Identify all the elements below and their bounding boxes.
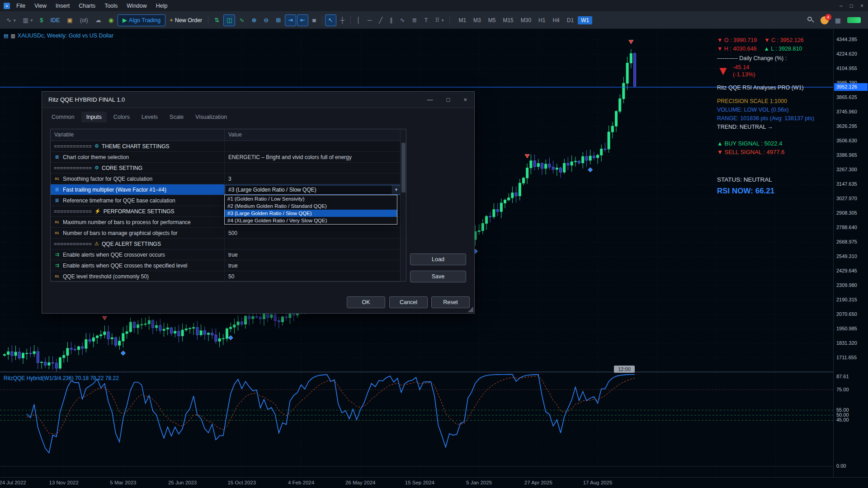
dialog-titlebar[interactable]: Ritz QQE HYBRID FINAL 1.0 —□× <box>42 92 474 108</box>
cycle-lines-tool-button[interactable]: ∿ <box>397 14 408 26</box>
close-window-icon[interactable]: × <box>860 3 863 9</box>
quotes-button[interactable]: $ <box>37 14 46 26</box>
table-row[interactable]: ≣Chart color theme selectionENERGETIC – … <box>51 152 401 163</box>
data-folder-button[interactable]: ▣ <box>64 14 75 26</box>
timeframe-h4[interactable]: H4 <box>549 16 562 24</box>
restore-window-icon[interactable]: □ <box>850 3 853 9</box>
dialog-title: Ritz QQE HYBRID FINAL 1.0 <box>48 96 125 103</box>
table-row[interactable]: 01QQE level threshold (commonly 50)50 <box>51 271 401 282</box>
menu-file[interactable]: File <box>12 3 30 9</box>
chart-type-menu-button[interactable]: ∿▾ <box>3 14 19 26</box>
reset-button[interactable]: Reset <box>431 296 470 308</box>
price-scale[interactable]: 3952.126 4344.2854224.6204104.9553985.29… <box>833 29 868 477</box>
timeframe-m3[interactable]: M3 <box>470 16 484 24</box>
notifications-icon[interactable]: 4 <box>821 16 829 24</box>
tick-chart-button[interactable]: ⇅ <box>211 14 222 26</box>
minimize-window-icon[interactable]: – <box>840 3 843 9</box>
section-icon: ⚙ <box>94 165 99 171</box>
time-axis-label: 13 Nov 2022 <box>49 480 79 485</box>
fibonacci-tool-button[interactable]: ≣ <box>409 14 420 26</box>
text-tool-button[interactable]: T <box>421 14 431 26</box>
menu-insert[interactable]: Insert <box>51 3 74 9</box>
list-param-icon: ≣ <box>54 154 60 160</box>
table-row[interactable]: ============⚙THEME CHART SETTINGS <box>51 141 401 152</box>
cancel-button[interactable]: Cancel <box>389 296 428 308</box>
table-row[interactable]: 01Number of bars to manage graphical obj… <box>51 228 401 239</box>
table-row[interactable]: ============⚠QQE ALERT SETTINGS <box>51 239 401 249</box>
depth-of-market-button[interactable]: (ol) <box>77 14 91 26</box>
indicator-scale-label: 0.00 <box>836 463 846 469</box>
shapes-tool-button[interactable]: ⠿▾ <box>432 14 447 26</box>
ok-button[interactable]: OK <box>347 296 385 308</box>
timeframe-m30[interactable]: M30 <box>518 16 534 24</box>
timeframe-w1[interactable]: W1 <box>578 16 592 24</box>
dropdown-option[interactable]: #3 (Large Golden Ratio / Slow QQE) <box>225 210 397 217</box>
line-mode-button[interactable]: ∿ <box>236 14 247 26</box>
table-row[interactable]: ≣Fast trailing multiplier (Wave Factor #… <box>51 184 401 195</box>
tab-visualization[interactable]: Visualization <box>190 112 232 122</box>
time-scale[interactable]: 24 Jul 202213 Nov 20225 Mar 202325 Jun 2… <box>0 477 868 488</box>
tab-inputs[interactable]: Inputs <box>81 112 107 122</box>
trendline-tool-button[interactable]: ╱ <box>376 14 386 26</box>
timeframe-m5[interactable]: M5 <box>485 16 499 24</box>
chart-list-icon[interactable]: ▤ <box>4 33 8 39</box>
cursor-tool-icon: ↖ <box>328 17 333 23</box>
table-row[interactable]: ============⚙CORE SETTING <box>51 163 401 174</box>
timeframe-m15[interactable]: M15 <box>500 16 516 24</box>
zoom-in-button[interactable]: ⊕ <box>248 14 259 26</box>
candles-mode-button[interactable]: ◫ <box>223 14 235 26</box>
timeframe-m1[interactable]: M1 <box>455 16 469 24</box>
resize-grip[interactable] <box>468 307 473 312</box>
dialog-close-icon[interactable]: × <box>463 96 467 103</box>
menu-charts[interactable]: Charts <box>74 3 100 9</box>
connection-status-icon <box>847 17 861 23</box>
time-axis-label: 5 Mar 2023 <box>110 480 136 485</box>
table-scrollbar[interactable] <box>400 129 406 281</box>
timeframe-h1[interactable]: H1 <box>535 16 548 24</box>
high-value: ▼ H : 4030.646 <box>717 45 756 53</box>
dialog-maximize-icon[interactable]: □ <box>447 96 450 103</box>
chart-shift-button[interactable]: ⇤ <box>297 14 308 26</box>
cloud-button[interactable]: ☁ <box>92 14 104 26</box>
horizontal-line-tool-button[interactable]: ─ <box>364 14 375 26</box>
save-button[interactable]: Save <box>410 271 466 282</box>
table-row[interactable]: 01Smoothing factor for QQE calculation3 <box>51 174 401 184</box>
table-row[interactable]: ⇉Enable alerts when QQE crosses the spec… <box>51 260 401 271</box>
symbol-label: ▤ ▥ XAUUSDc, Weekly: Gold vs US Dollar <box>4 33 113 39</box>
vertical-line-tool-button[interactable]: │ <box>354 14 363 26</box>
algo-trading-button[interactable]: ▶Algo Trading <box>118 14 165 26</box>
tab-levels[interactable]: Levels <box>137 112 163 122</box>
menu-help[interactable]: Help <box>151 3 172 9</box>
bar-style-menu-button[interactable]: ▥▾ <box>19 14 36 26</box>
wave-factor-combobox[interactable]: #3 (Large Golden Ratio / Slow QQE)▼ <box>225 185 401 195</box>
grid-toggle-button[interactable]: ⊞ <box>273 14 284 26</box>
stats-chart-icon[interactable]: ▦ <box>835 17 841 24</box>
new-order-button[interactable]: +New Order <box>166 14 205 26</box>
timeframe-d1[interactable]: D1 <box>564 16 577 24</box>
list-param-icon: ≣ <box>54 187 60 192</box>
menu-window[interactable]: Window <box>122 3 151 9</box>
dialog-minimize-icon[interactable]: — <box>427 96 433 103</box>
cursor-tool-button[interactable]: ↖ <box>325 14 336 26</box>
crosshair-tool-button[interactable]: ┼ <box>337 14 348 26</box>
search-icon[interactable] <box>807 17 814 23</box>
scrollbar-thumb[interactable] <box>401 143 406 192</box>
table-row[interactable]: ⇉Enable alerts when QQE crossover occurs… <box>51 249 401 260</box>
channel-tool-button[interactable]: ∥ <box>387 14 396 26</box>
tab-common[interactable]: Common <box>47 112 80 122</box>
chart-grid-icon[interactable]: ▥ <box>10 33 15 39</box>
metaeditor-ide-label: IDE <box>51 17 60 23</box>
metaeditor-ide-button[interactable]: IDE <box>47 14 63 26</box>
dropdown-option[interactable]: #2 (Medium Golden Ratio / Standard QQE) <box>225 202 397 210</box>
community-button[interactable]: ◉ <box>105 14 117 26</box>
load-button[interactable]: Load <box>410 253 466 265</box>
zoom-out-button[interactable]: ⊖ <box>260 14 272 26</box>
dropdown-option[interactable]: #4 (XLarge Golden Ratio / Very Slow QQE) <box>225 217 397 224</box>
tab-colors[interactable]: Colors <box>108 112 135 122</box>
menu-view[interactable]: View <box>30 3 51 9</box>
dropdown-option[interactable]: #1 (Golden Ratio / Low Sensivity) <box>225 195 397 202</box>
auto-scroll-button[interactable]: ⇥ <box>285 14 296 26</box>
screenshot-button[interactable]: ◙ <box>309 14 319 26</box>
tab-scale[interactable]: Scale <box>165 112 189 122</box>
menu-tools[interactable]: Tools <box>100 3 122 9</box>
